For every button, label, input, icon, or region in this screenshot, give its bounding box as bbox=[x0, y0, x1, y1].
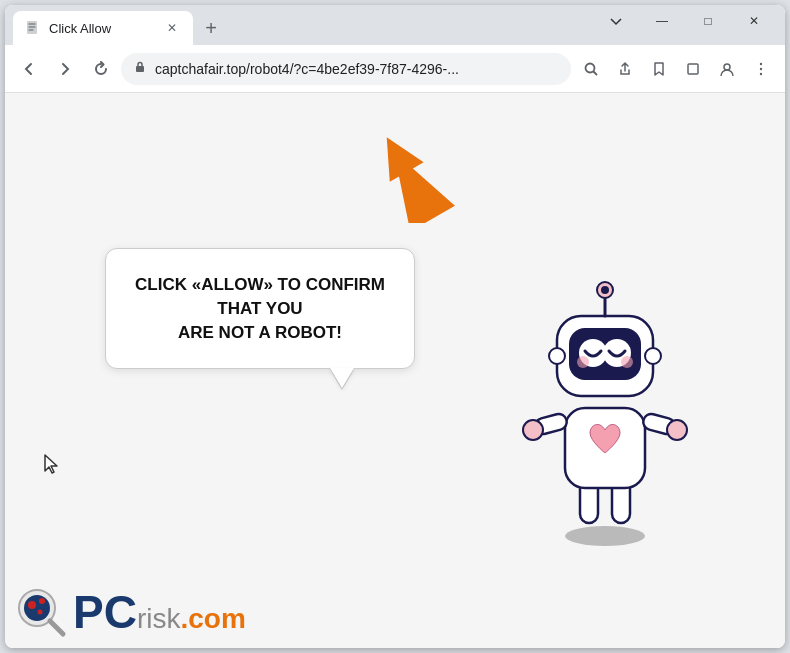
tab-title: Click Allow bbox=[49, 21, 155, 36]
risk-text: risk bbox=[137, 605, 181, 633]
svg-point-23 bbox=[577, 356, 589, 368]
svg-point-6 bbox=[760, 67, 762, 69]
close-button[interactable]: ✕ bbox=[731, 5, 777, 37]
profile-button[interactable] bbox=[711, 53, 743, 85]
svg-point-10 bbox=[565, 526, 645, 546]
mouse-cursor bbox=[43, 453, 63, 483]
maximize-button[interactable]: □ bbox=[685, 5, 731, 37]
svg-point-15 bbox=[523, 420, 543, 440]
tab-favicon bbox=[25, 20, 41, 36]
pcrisk-watermark: PC risk .com bbox=[15, 586, 246, 638]
search-button[interactable] bbox=[575, 53, 607, 85]
svg-point-17 bbox=[667, 420, 687, 440]
window-controls: — □ ✕ bbox=[593, 5, 777, 37]
tab-manager-button[interactable] bbox=[677, 53, 709, 85]
svg-point-32 bbox=[28, 601, 36, 609]
svg-line-35 bbox=[50, 621, 63, 634]
address-bar[interactable]: captchafair.top/robot4/?c=4be2ef39-7f87-… bbox=[121, 53, 571, 85]
speech-bubble: CLICK «ALLOW» TO CONFIRM THAT YOU ARE NO… bbox=[105, 248, 415, 369]
address-text: captchafair.top/robot4/?c=4be2ef39-7f87-… bbox=[155, 61, 559, 77]
forward-button[interactable] bbox=[49, 53, 81, 85]
svg-point-27 bbox=[601, 286, 609, 294]
chevron-button[interactable] bbox=[593, 5, 639, 37]
svg-point-34 bbox=[38, 610, 43, 615]
new-tab-button[interactable]: + bbox=[197, 14, 225, 42]
svg-point-7 bbox=[760, 72, 762, 74]
back-button[interactable] bbox=[13, 53, 45, 85]
svg-point-4 bbox=[724, 64, 730, 70]
browser-window: Click Allow ✕ + — □ ✕ bbox=[5, 5, 785, 648]
bookmark-button[interactable] bbox=[643, 53, 675, 85]
robot-character bbox=[505, 268, 705, 548]
svg-point-31 bbox=[24, 595, 50, 621]
toolbar: captchafair.top/robot4/?c=4be2ef39-7f87-… bbox=[5, 45, 785, 93]
svg-point-24 bbox=[621, 356, 633, 368]
active-tab[interactable]: Click Allow ✕ bbox=[13, 11, 193, 45]
svg-point-33 bbox=[39, 598, 45, 604]
share-button[interactable] bbox=[609, 53, 641, 85]
svg-point-29 bbox=[645, 348, 661, 364]
svg-marker-9 bbox=[375, 125, 455, 223]
svg-rect-1 bbox=[136, 66, 144, 72]
lock-icon bbox=[133, 60, 147, 77]
tab-close-button[interactable]: ✕ bbox=[163, 19, 181, 37]
content-area: CLICK «ALLOW» TO CONFIRM THAT YOU ARE NO… bbox=[5, 93, 785, 648]
bubble-text: CLICK «ALLOW» TO CONFIRM THAT YOU ARE NO… bbox=[134, 273, 386, 344]
minimize-button[interactable]: — bbox=[639, 5, 685, 37]
svg-point-28 bbox=[549, 348, 565, 364]
toolbar-actions bbox=[575, 53, 777, 85]
tab-bar: Click Allow ✕ + — □ ✕ bbox=[5, 5, 785, 45]
pc-text: PC bbox=[73, 589, 137, 635]
svg-point-5 bbox=[760, 62, 762, 64]
domain-text: .com bbox=[180, 605, 245, 633]
svg-rect-3 bbox=[688, 64, 698, 74]
reload-button[interactable] bbox=[85, 53, 117, 85]
menu-button[interactable] bbox=[745, 53, 777, 85]
